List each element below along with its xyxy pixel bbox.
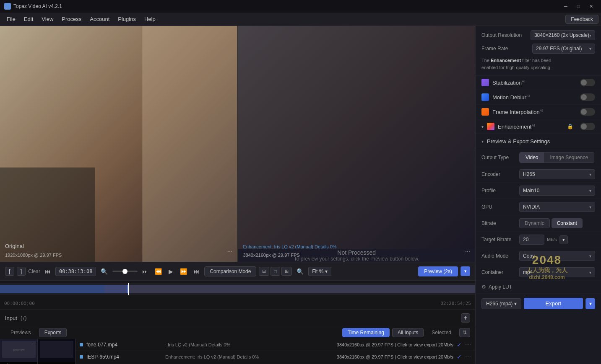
profile-select[interactable]: Main10 ▾ <box>519 186 595 196</box>
export-arrow-button[interactable]: ▾ <box>585 298 595 309</box>
frame-interpolation-toggle[interactable] <box>580 108 595 116</box>
view-compare-button[interactable]: ⊞ <box>281 267 292 276</box>
step-back-button[interactable]: ⏪ <box>153 267 164 276</box>
sort-button[interactable]: ⇅ <box>459 328 470 337</box>
menu-file[interactable]: File <box>3 14 20 24</box>
frame-rate-select[interactable]: 29.97 FPS (Original) ▾ <box>532 44 595 54</box>
bracket-in-button[interactable]: [ <box>5 267 14 276</box>
zoom-thumb <box>122 269 127 274</box>
view-split-button[interactable]: ⊟ <box>259 267 269 276</box>
export-format-select[interactable]: H265 (mp4) ▾ <box>481 298 521 309</box>
play-button[interactable]: ▶ <box>167 267 175 276</box>
enhancement-icon <box>487 123 494 130</box>
maximize-button[interactable]: □ <box>572 2 584 10</box>
video-right-label: Enhancement: Iris LQ v2 (Manual) Details… <box>243 244 337 249</box>
export-button[interactable]: Export <box>524 298 583 309</box>
file-list: preview fone-077.mp4 ⋯ IESP-659.mp4 <box>0 339 475 364</box>
encoder-row: Encoder H265 ▾ <box>476 166 601 183</box>
menu-help[interactable]: Help <box>140 14 160 24</box>
frame-rate-arrow: ▾ <box>589 46 591 51</box>
profile-value: Main10 <box>523 188 539 194</box>
enhancement-toggle[interactable] <box>580 123 595 130</box>
preview-dropdown-button[interactable]: ▾ <box>461 266 470 276</box>
output-resolution-select[interactable]: 3840×2160 (2x Upscale) ▾ <box>531 30 595 40</box>
rewind-button[interactable]: ⏮ <box>43 267 53 276</box>
bitrate-constant-button[interactable]: Constant <box>552 218 583 228</box>
file-thumb-1[interactable]: preview fone-077.mp4 ⋯ <box>0 339 38 364</box>
tab-previews[interactable]: Previews <box>5 328 36 337</box>
input-title: Input <box>5 315 17 321</box>
bitrate-unit-select[interactable]: ▾ <box>559 235 568 244</box>
file-row-icon-2 <box>80 355 83 359</box>
tab-exports[interactable]: Exports <box>39 328 67 337</box>
output-type-video[interactable]: Video <box>520 152 544 163</box>
file-row-res-1: 3840x2160px @ 29.97 FPS | Click to view … <box>337 342 453 347</box>
gpu-select[interactable]: NVIDIA ▾ <box>519 202 595 212</box>
video-left-menu-icon[interactable]: ⋯ <box>227 248 232 254</box>
enhancement-lock-icon: 🔒 <box>567 124 573 129</box>
output-resolution-label: Output Resolution <box>481 32 522 38</box>
frame-rate-value: 29.97 FPS (Original) <box>536 46 582 52</box>
window-controls: ─ □ ✕ <box>560 2 597 10</box>
enhancement-note: The Enhancement filter has beenenabled f… <box>481 57 595 71</box>
output-type-label: Output Type <box>481 155 519 160</box>
thumb-menu-1[interactable]: ⋯ <box>32 340 36 344</box>
bitrate-dynamic-button[interactable]: Dynamic <box>519 218 550 228</box>
feedback-button[interactable]: Feedback <box>565 15 598 24</box>
zoom-slider[interactable] <box>112 271 138 272</box>
file-row-menu-2[interactable]: ⋯ <box>465 354 471 360</box>
view-single-button[interactable]: □ <box>271 267 280 276</box>
stabilization-icon <box>481 79 489 86</box>
file-row-check-2[interactable]: ✓ <box>457 354 462 360</box>
svg-rect-8 <box>40 341 73 358</box>
thumb-image-1: preview <box>0 339 37 362</box>
clear-button[interactable]: Clear <box>28 268 40 274</box>
output-resolution-value: 3840×2160 (2x Upscale) <box>534 32 589 38</box>
encoder-select[interactable]: H265 ▾ <box>519 169 595 179</box>
close-button[interactable]: ✕ <box>585 2 597 10</box>
stabilization-toggle[interactable] <box>580 79 595 86</box>
file-row-check-1[interactable]: ✓ <box>457 341 462 348</box>
zoom-in-button[interactable]: 🔍 <box>294 267 306 276</box>
file-row-2[interactable]: IESP-659.mp4 Enhancement: Iris LQ v2 (Ma… <box>75 351 475 363</box>
preview-export-header[interactable]: ▾ Preview & Export Settings <box>476 134 601 149</box>
export-bottom: H265 (mp4) ▾ Export ▾ <box>476 294 601 313</box>
target-bitrate-input[interactable] <box>519 235 544 245</box>
file-row-menu-1[interactable]: ⋯ <box>465 341 471 348</box>
video-left-panel[interactable]: Original 1920x1080px @ 29.97 FPS ⋯ <box>0 26 237 262</box>
menu-edit[interactable]: Edit <box>20 14 37 24</box>
add-input-button[interactable]: + <box>461 313 470 323</box>
timeline-playhead[interactable] <box>128 283 129 295</box>
menu-view[interactable]: View <box>37 14 57 24</box>
menu-plugins[interactable]: Plugins <box>114 14 140 24</box>
container-select[interactable]: mp4 ▾ <box>519 267 595 277</box>
gpu-row: GPU NVIDIA ▾ <box>476 199 601 215</box>
skip-forward-button[interactable]: ⏭ <box>192 267 202 276</box>
timeline-track[interactable] <box>0 283 475 295</box>
video-right-canvas: Not Processed To preview your settings, … <box>238 26 476 262</box>
file-thumb-2[interactable]: IESP-659.mp4 <box>38 339 75 364</box>
filter-time-remaining[interactable]: Time Remaining <box>342 328 390 337</box>
filter-selected[interactable]: Selected <box>426 328 457 337</box>
menu-account[interactable]: Account <box>86 14 114 24</box>
output-resolution-row: Output Resolution 3840×2160 (2x Upscale)… <box>481 30 595 40</box>
audio-mode-select[interactable]: Copy ▾ <box>519 251 595 261</box>
filter-all-inputs[interactable]: All Inputs <box>392 328 424 337</box>
video-right-menu-icon[interactable]: ⋯ <box>465 248 470 254</box>
output-type-image-sequence[interactable]: Image Sequence <box>544 152 594 163</box>
step-forward-button[interactable]: ⏩ <box>178 267 189 276</box>
input-header: Input (7) + <box>0 310 475 326</box>
motion-deblur-toggle[interactable] <box>580 93 595 101</box>
preview-button[interactable]: Preview (2s) <box>418 266 458 276</box>
comparison-mode-button[interactable]: Comparison Mode <box>204 266 256 276</box>
frame-rate-row: Frame Rate 29.97 FPS (Original) ▾ <box>481 44 595 54</box>
bracket-out-button[interactable]: ] <box>17 267 26 276</box>
fit-select[interactable]: Fit % ▾ <box>308 267 331 276</box>
file-row-1[interactable]: fone-077.mp4 : Iris LQ v2 (Manual) Detai… <box>75 339 475 351</box>
skip-back-button[interactable]: ⏭ <box>140 267 150 276</box>
time-display: 00:38:13:08 <box>55 267 96 276</box>
minimize-button[interactable]: ─ <box>560 2 572 10</box>
video-right-panel[interactable]: Not Processed To preview your settings, … <box>238 26 476 262</box>
enhancement-chevron-icon[interactable]: ▾ <box>481 124 484 129</box>
menu-process[interactable]: Process <box>57 14 86 24</box>
